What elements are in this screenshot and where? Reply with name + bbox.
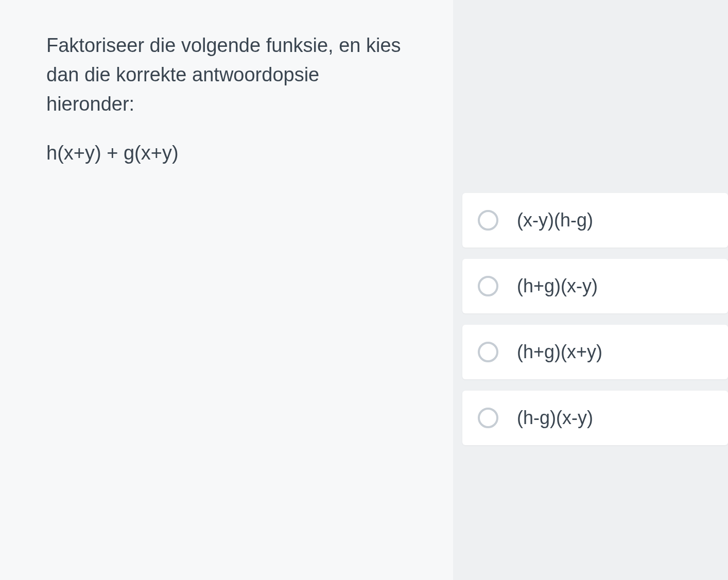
question-expression: h(x+y) + g(x+y) (46, 142, 407, 164)
option-label: (x-y)(h-g) (517, 209, 593, 231)
option-label: (h+g)(x+y) (517, 341, 602, 363)
radio-icon (478, 342, 498, 362)
answer-option-2[interactable]: (h+g)(x+y) (462, 325, 728, 379)
answer-option-0[interactable]: (x-y)(h-g) (462, 193, 728, 248)
options-panel: (x-y)(h-g) (h+g)(x-y) (h+g)(x+y) (h-g)(x… (453, 0, 728, 580)
answer-option-1[interactable]: (h+g)(x-y) (462, 259, 728, 313)
radio-icon (478, 276, 498, 296)
radio-icon (478, 408, 498, 428)
radio-icon (478, 210, 498, 231)
option-label: (h+g)(x-y) (517, 275, 598, 297)
quiz-container: Faktoriseer die volgende funksie, en kie… (0, 0, 728, 580)
question-panel: Faktoriseer die volgende funksie, en kie… (0, 0, 453, 580)
question-prompt: Faktoriseer die volgende funksie, en kie… (46, 31, 407, 119)
option-label: (h-g)(x-y) (517, 407, 593, 429)
answer-option-3[interactable]: (h-g)(x-y) (462, 391, 728, 445)
